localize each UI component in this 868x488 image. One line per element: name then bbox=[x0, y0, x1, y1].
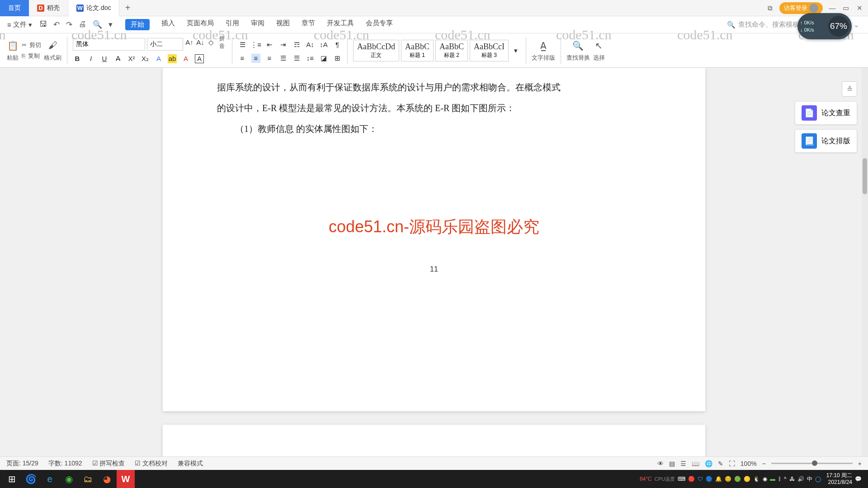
save-icon[interactable]: 🖫 bbox=[39, 20, 47, 29]
highlight-icon[interactable]: ab bbox=[168, 54, 177, 63]
char-border-icon[interactable]: A bbox=[195, 54, 204, 63]
doc-proofing[interactable]: ☑ 文档校对 bbox=[135, 460, 168, 468]
qat-more-icon[interactable]: ▾ bbox=[108, 20, 113, 29]
menu-审阅[interactable]: 审阅 bbox=[251, 19, 264, 30]
eye-mode-icon[interactable]: 👁 bbox=[657, 460, 664, 467]
app-icon[interactable]: ◕ bbox=[98, 470, 116, 488]
close-icon[interactable]: ✕ bbox=[855, 4, 863, 12]
font-name-select[interactable]: 黑体 bbox=[73, 38, 145, 51]
scrollbar-thumb[interactable] bbox=[863, 158, 867, 194]
chrome-icon[interactable]: ◉ bbox=[60, 470, 78, 488]
web-layout-icon[interactable]: 🌐 bbox=[705, 460, 712, 467]
preview-icon[interactable]: 🔍 bbox=[93, 20, 102, 29]
clear-format-icon[interactable]: ◇ bbox=[207, 38, 216, 47]
style-标题 2[interactable]: AaBbC标题 2 bbox=[435, 40, 468, 61]
asian-layout-icon[interactable]: ☶ bbox=[292, 40, 301, 49]
annotate-icon[interactable]: ✎ bbox=[718, 460, 723, 467]
workspace-icon[interactable]: ⧉ bbox=[766, 4, 774, 12]
zoom-value[interactable]: 100% bbox=[741, 460, 757, 467]
styles-more-icon[interactable]: ▾ bbox=[511, 46, 520, 55]
bluetooth-icon[interactable]: ᛒ bbox=[778, 476, 781, 482]
tray-expand-icon[interactable]: ^ bbox=[784, 476, 787, 482]
cut-button[interactable]: ✂ 剪切 bbox=[22, 41, 41, 49]
superscript-icon[interactable]: X² bbox=[127, 54, 136, 63]
paper-check-button[interactable]: 📄论文查重 bbox=[795, 101, 857, 125]
zoom-in-icon[interactable]: + bbox=[858, 460, 862, 467]
strike-icon[interactable]: A̶ bbox=[113, 54, 123, 63]
outline-icon[interactable]: ☰ bbox=[680, 460, 686, 467]
clock[interactable]: 17:10 周二2021/8/24 bbox=[826, 472, 852, 486]
subscript-icon[interactable]: X₂ bbox=[141, 54, 150, 63]
bold-icon[interactable]: B bbox=[73, 54, 82, 63]
grow-font-icon[interactable]: A↑ bbox=[185, 38, 194, 47]
menu-章节[interactable]: 章节 bbox=[302, 19, 315, 30]
tray-icon[interactable]: ◉ bbox=[763, 476, 767, 482]
vertical-scrollbar[interactable] bbox=[862, 68, 868, 473]
sort-icon[interactable]: A↕ bbox=[306, 40, 315, 49]
style-标题 3[interactable]: AaBbCcI标题 3 bbox=[470, 40, 509, 61]
menu-开始[interactable]: 开始 bbox=[125, 19, 150, 30]
italic-icon[interactable]: I bbox=[86, 54, 95, 63]
undo-icon[interactable]: ↶ bbox=[53, 20, 60, 29]
spell-check[interactable]: ☑ 拼写检查 bbox=[92, 460, 125, 468]
tray-notifications-icon[interactable]: 🔔 bbox=[715, 476, 722, 482]
text-layout-button[interactable]: A̲文字排版 bbox=[532, 39, 555, 62]
tray-icon[interactable]: 🔴 bbox=[688, 476, 695, 482]
paste-button[interactable]: 📋粘贴 bbox=[6, 39, 19, 62]
indent-inc-icon[interactable]: ⇥ bbox=[278, 40, 288, 49]
style-标题 1[interactable]: AaBbC标题 1 bbox=[401, 40, 434, 61]
shading-icon[interactable]: ◪ bbox=[319, 54, 328, 63]
maximize-icon[interactable]: ▭ bbox=[842, 4, 850, 12]
guest-login-button[interactable]: 访客登录 bbox=[779, 2, 823, 14]
align-left-icon[interactable]: ≡ bbox=[238, 54, 247, 63]
align-justify-icon[interactable]: ☰ bbox=[278, 54, 288, 63]
wps-icon[interactable]: W bbox=[117, 470, 135, 488]
menu-页面布局[interactable]: 页面布局 bbox=[187, 19, 214, 30]
explorer-icon[interactable]: 🗂 bbox=[79, 470, 97, 488]
volume-icon[interactable]: 🔊 bbox=[797, 476, 804, 482]
redo-icon[interactable]: ↷ bbox=[66, 20, 72, 29]
zoom-slider[interactable] bbox=[771, 463, 853, 464]
text-effects-icon[interactable]: A bbox=[154, 54, 163, 63]
align-right-icon[interactable]: ≡ bbox=[265, 54, 274, 63]
reading-icon[interactable]: 📖 bbox=[692, 460, 699, 467]
ime-icon[interactable]: ⌨ bbox=[678, 476, 685, 482]
menu-引用[interactable]: 引用 bbox=[226, 19, 239, 30]
tray-icon[interactable]: 😊 bbox=[725, 476, 731, 482]
document-workspace[interactable]: 据库系统的设计，从而有利于保证数据库系统的设计与用户的需求相吻合。在概念模式 的… bbox=[0, 68, 868, 473]
shrink-font-icon[interactable]: A↓ bbox=[196, 38, 205, 47]
show-marks-icon[interactable]: ¶ bbox=[333, 40, 342, 49]
print-icon[interactable]: 🖨 bbox=[79, 20, 86, 29]
menu-开发工具[interactable]: 开发工具 bbox=[327, 19, 354, 30]
new-tab-button[interactable]: + bbox=[119, 3, 136, 13]
file-menu[interactable]: ≡ 文件 ▾ bbox=[7, 20, 32, 29]
text-direction-icon[interactable]: ↕A bbox=[319, 40, 328, 49]
format-painter-button[interactable]: 🖌格式刷 bbox=[44, 39, 61, 62]
word-count[interactable]: 字数: 11092 bbox=[48, 460, 82, 468]
tab-daoke[interactable]: D稻壳 bbox=[29, 0, 68, 16]
zoom-out-icon[interactable]: − bbox=[762, 460, 766, 467]
ime-lang-icon[interactable]: 中 bbox=[807, 475, 812, 483]
cpu-temp[interactable]: 84°C bbox=[640, 476, 652, 482]
select-button[interactable]: ↖选择 bbox=[593, 39, 605, 62]
tray-icon[interactable]: 🛡 bbox=[698, 476, 703, 482]
indent-dec-icon[interactable]: ⇤ bbox=[265, 40, 274, 49]
style-正文[interactable]: AaBbCcDd正文 bbox=[353, 40, 399, 61]
font-color-icon[interactable]: A bbox=[181, 54, 190, 63]
ribbon-collapse-icon[interactable]: ⌄ bbox=[852, 21, 861, 29]
bullets-icon[interactable]: ☰ bbox=[238, 40, 247, 49]
tray-icon[interactable]: ▬ bbox=[770, 476, 775, 482]
menu-视图[interactable]: 视图 bbox=[276, 19, 290, 30]
print-layout-icon[interactable]: ▤ bbox=[669, 460, 675, 467]
tab-home[interactable]: 首页 bbox=[0, 0, 29, 16]
perf-monitor-widget[interactable]: ↑ 0K/s↓ 0K/s 67% bbox=[797, 13, 852, 39]
line-spacing-icon[interactable]: ↕≡ bbox=[306, 54, 315, 63]
tab-document[interactable]: W论文.doc bbox=[68, 0, 119, 16]
align-distribute-icon[interactable]: ☰ bbox=[292, 54, 301, 63]
command-search[interactable]: 🔍 查找命令、搜索模板 bbox=[727, 20, 799, 29]
cortana-icon[interactable]: ◯ bbox=[815, 476, 821, 482]
page-count[interactable]: 页面: 15/29 bbox=[6, 460, 38, 468]
underline-icon[interactable]: U bbox=[100, 54, 109, 63]
action-center-icon[interactable]: 💬 bbox=[855, 476, 862, 482]
obs-icon[interactable]: 🌀 bbox=[22, 470, 40, 488]
